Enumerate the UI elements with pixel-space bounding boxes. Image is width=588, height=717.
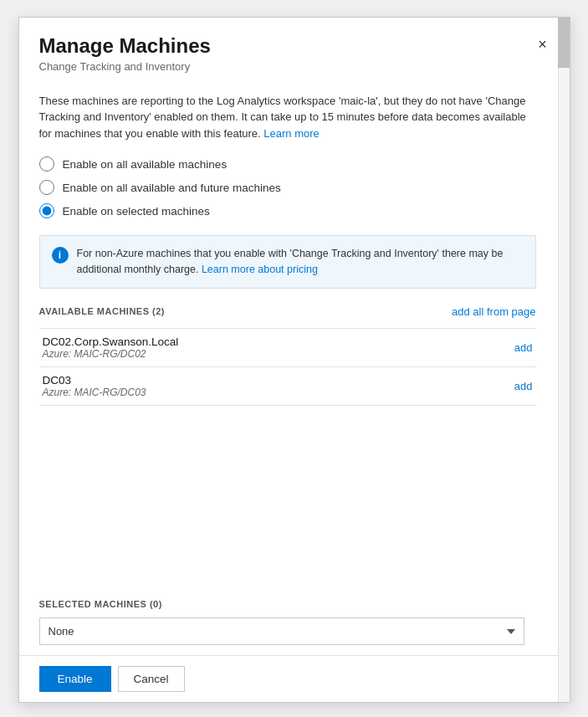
radio-group: Enable on all available machines Enable …	[39, 156, 536, 218]
selected-machines-section: SELECTED MACHINES (0) None	[19, 586, 570, 655]
machine-name-dc03: DC03	[43, 374, 146, 387]
machine-azure-dc02: Azure: MAIC-RG/DC02	[43, 348, 179, 360]
pricing-learn-more-link[interactable]: Learn more about pricing	[202, 264, 318, 275]
info-box: i For non-Azure machines that you enable…	[39, 235, 536, 289]
selected-machines-title: SELECTED MACHINES (0)	[39, 599, 162, 609]
machine-info-dc02: DC02.Corp.Swanson.Local Azure: MAIC-RG/D…	[43, 335, 179, 360]
manage-machines-dialog: Manage Machines Change Tracking and Inve…	[18, 17, 570, 703]
dialog-header: Manage Machines Change Tracking and Inve…	[19, 18, 570, 79]
machine-name-dc02: DC02.Corp.Swanson.Local	[43, 335, 179, 348]
available-machines-title: AVAILABLE MACHINES (2)	[39, 306, 166, 316]
radio-all-available-input[interactable]	[39, 156, 54, 172]
radio-selected-machines[interactable]: Enable on selected machines	[39, 203, 536, 218]
cancel-button[interactable]: Cancel	[118, 666, 185, 692]
info-icon: i	[52, 247, 69, 264]
machine-list: DC02.Corp.Swanson.Local Azure: MAIC-RG/D…	[39, 328, 536, 406]
radio-selected-input[interactable]	[39, 203, 54, 218]
empty-space	[39, 406, 536, 506]
dialog-title: Manage Machines	[39, 34, 550, 59]
dropdown-arrow-icon	[507, 629, 515, 634]
selected-machines-value: None	[49, 625, 74, 638]
add-all-link[interactable]: add all from page	[452, 305, 535, 318]
radio-all-future-input[interactable]	[39, 180, 54, 195]
available-machines-header: AVAILABLE MACHINES (2) add all from page	[39, 305, 536, 321]
close-button[interactable]: ×	[531, 33, 555, 56]
table-row: DC03 Azure: MAIC-RG/DC03 add	[39, 367, 536, 406]
radio-all-available-future[interactable]: Enable on all available and future machi…	[39, 180, 536, 195]
add-dc03-link[interactable]: add	[514, 380, 533, 392]
radio-all-available[interactable]: Enable on all available machines	[39, 156, 536, 172]
table-row: DC02.Corp.Swanson.Local Azure: MAIC-RG/D…	[39, 329, 536, 367]
machine-info-dc03: DC03 Azure: MAIC-RG/DC03	[43, 374, 146, 398]
machine-azure-dc03: Azure: MAIC-RG/DC03	[43, 387, 146, 398]
dialog-subtitle: Change Tracking and Inventory	[39, 60, 550, 73]
learn-more-link[interactable]: Learn more	[263, 127, 319, 140]
dialog-footer: Enable Cancel	[19, 655, 570, 702]
scrollbar-track[interactable]	[558, 18, 570, 702]
info-box-text: For non-Azure machines that you enable w…	[77, 246, 524, 278]
description-text: These machines are reporting to the Log …	[39, 93, 536, 142]
enable-button[interactable]: Enable	[39, 666, 111, 692]
add-dc02-link[interactable]: add	[514, 341, 533, 354]
selected-machines-dropdown[interactable]: None	[39, 617, 524, 645]
dialog-body: These machines are reporting to the Log …	[19, 79, 570, 586]
